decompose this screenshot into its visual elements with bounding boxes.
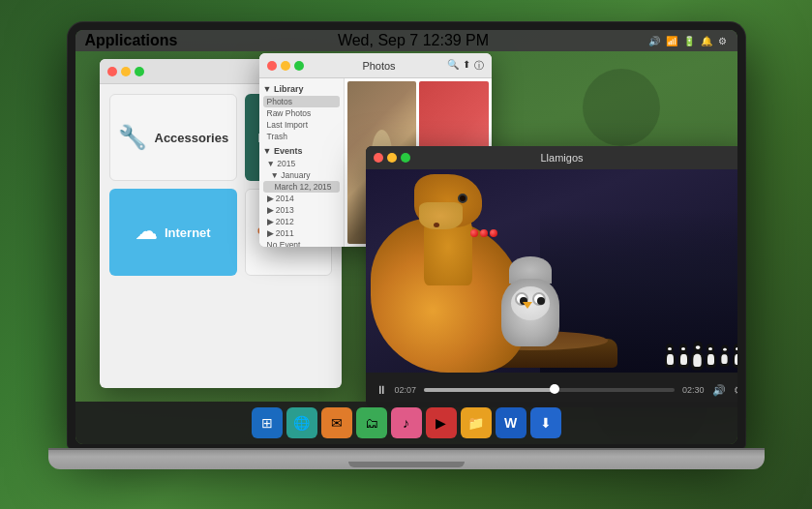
photos-win-controls — [267, 61, 304, 71]
laptop-outer: Applications Wed, Sep 7 12:39 PM 🔊 📶 🔋 🔔… — [58, 22, 755, 487]
owl-character — [492, 256, 569, 344]
status-icons: 🔊 📶 🔋 🔔 ⚙ — [648, 36, 727, 46]
taskbar-video[interactable]: ▶ — [426, 407, 457, 438]
sidebar-noevent[interactable]: No Event — [263, 239, 340, 247]
files-icon: 🗂 — [365, 415, 378, 431]
sidebar-import[interactable]: Last Import — [263, 119, 340, 131]
sidebar-raw[interactable]: Raw Photos — [263, 107, 340, 119]
volume-status: 🔊 — [648, 36, 660, 46]
taskbar-start[interactable]: ⊞ — [252, 407, 283, 438]
owl-eye-right — [532, 292, 546, 306]
mail-icon: ✉ — [331, 415, 343, 431]
video-content — [366, 169, 737, 373]
internet-label: Internet — [165, 225, 211, 240]
wifi-status: 📶 — [666, 36, 677, 46]
sidebar-march[interactable]: March 12, 2015 — [263, 181, 340, 193]
app-menu-label[interactable]: Applications — [85, 32, 178, 49]
llama-snout — [419, 202, 463, 229]
penguin-2 — [678, 344, 689, 368]
sidebar-january[interactable]: ▼ January — [263, 169, 340, 181]
taskbar-music[interactable]: ♪ — [391, 407, 422, 438]
progress-bar[interactable] — [424, 388, 675, 392]
sidebar-2012[interactable]: ▶ 2012 — [263, 216, 340, 227]
folder-icon: 📁 — [467, 415, 484, 431]
owl-pupil-right — [537, 297, 545, 305]
sidebar-photos[interactable]: Photos — [263, 96, 340, 107]
photos-title-bar: Photos 🔍 ⬆ ⓘ — [259, 53, 492, 78]
word-icon: W — [504, 415, 517, 431]
notification-icon: 🔔 — [701, 36, 712, 46]
video-win-controls — [374, 153, 410, 163]
laptop-screen: Applications Wed, Sep 7 12:39 PM 🔊 📶 🔋 🔔… — [75, 30, 737, 444]
win-controls — [107, 67, 144, 76]
settings-gear[interactable]: ⚙ — [718, 36, 727, 46]
video-max-btn[interactable] — [401, 153, 410, 163]
photos-sidebar: ▼ Library Photos Raw Photos Last Import … — [259, 78, 345, 247]
video-player-window: Llamigos — [366, 146, 737, 407]
maximize-btn[interactable] — [135, 67, 144, 76]
photos-close-btn[interactable] — [267, 61, 277, 71]
berry-3 — [490, 229, 497, 237]
video-icon: ▶ — [436, 415, 446, 431]
share-icon[interactable]: ⬆ — [463, 59, 470, 73]
progress-fill — [424, 388, 555, 392]
taskbar-browser[interactable]: 🌐 — [286, 407, 317, 438]
minimize-btn[interactable] — [121, 67, 131, 76]
sidebar-trash[interactable]: Trash — [263, 131, 340, 142]
taskbar-files[interactable]: 🗂 — [356, 407, 387, 438]
video-scene — [366, 169, 737, 373]
taskbar-word[interactable]: W — [496, 407, 526, 438]
penguin-4 — [706, 344, 716, 368]
sidebar-2011[interactable]: ▶ 2011 — [263, 227, 340, 239]
search-icon[interactable]: 🔍 — [447, 59, 459, 73]
taskbar: ⊞ 🌐 ✉ 🗂 ♪ ▶ 📁 — [75, 402, 737, 444]
photos-max-btn[interactable] — [294, 61, 304, 71]
taskbar-mail[interactable]: ✉ — [321, 407, 352, 438]
owl-beak — [523, 302, 532, 309]
play-pause-btn[interactable]: ⏸ — [376, 383, 387, 397]
close-btn[interactable] — [107, 67, 117, 76]
video-close-btn[interactable] — [374, 153, 383, 163]
berry-2 — [480, 229, 488, 237]
date-time: Wed, Sep 7 12:39 PM — [338, 32, 489, 49]
berries — [470, 229, 497, 237]
battery-status: 🔋 — [683, 36, 695, 46]
accessories-icon: 🔧 — [118, 124, 147, 151]
browser-icon: 🌐 — [293, 415, 310, 431]
progress-thumb[interactable] — [550, 384, 559, 394]
music-icon: ♪ — [403, 415, 409, 431]
sidebar-2013[interactable]: ▶ 2013 — [263, 204, 340, 216]
penguin-crowd — [665, 344, 737, 368]
penguin-3 — [690, 342, 703, 371]
penguin-6 — [733, 344, 737, 368]
library-section: ▼ Library — [263, 84, 340, 94]
events-section: ▼ Events — [263, 146, 340, 156]
start-icon: ⊞ — [261, 415, 273, 431]
volume-btn[interactable]: 🔊 — [712, 384, 726, 397]
photos-min-btn[interactable] — [281, 61, 290, 71]
photos-title: Photos — [362, 60, 395, 72]
taskbar-folder[interactable]: 📁 — [461, 407, 492, 438]
video-title: Llamigos — [540, 152, 583, 164]
app-item-internet[interactable]: ☁ Internet — [109, 189, 238, 276]
time-current: 02:07 — [395, 385, 417, 395]
settings-btn[interactable]: ⚙ — [734, 384, 737, 397]
llama-eye — [458, 194, 467, 203]
photos-toolbar-right: 🔍 ⬆ ⓘ — [447, 59, 484, 73]
download-icon: ⬇ — [540, 415, 552, 431]
info-icon[interactable]: ⓘ — [474, 59, 484, 73]
video-title-bar: Llamigos — [366, 146, 737, 169]
system-top-bar: Applications Wed, Sep 7 12:39 PM 🔊 📶 🔋 🔔… — [75, 30, 737, 51]
llama-nostril — [434, 223, 439, 227]
screen-bezel: Applications Wed, Sep 7 12:39 PM 🔊 📶 🔋 🔔… — [68, 22, 745, 448]
taskbar-download[interactable]: ⬇ — [530, 407, 561, 438]
sidebar-2015[interactable]: ▼ 2015 — [263, 158, 340, 169]
sidebar-2014[interactable]: ▶ 2014 — [263, 193, 340, 204]
app-item-accessories[interactable]: 🔧 Accessories — [109, 94, 238, 181]
penguin-5 — [719, 344, 729, 367]
internet-icon: ☁ — [135, 220, 157, 245]
video-min-btn[interactable] — [387, 153, 397, 163]
laptop-notch — [348, 462, 465, 467]
time-total: 02:30 — [682, 385, 705, 395]
accessories-label: Accessories — [155, 131, 229, 145]
